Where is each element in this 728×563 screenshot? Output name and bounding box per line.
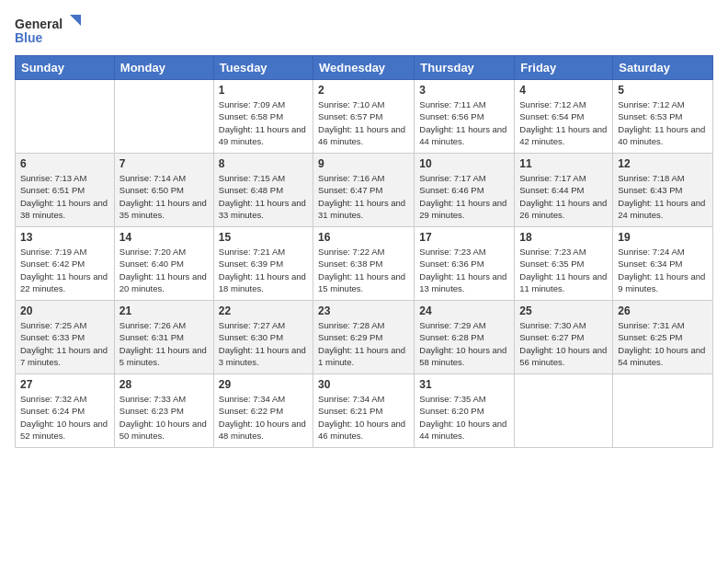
calendar-day-cell: 16Sunrise: 7:22 AMSunset: 6:38 PMDayligh… — [313, 227, 415, 301]
calendar-day-cell: 18Sunrise: 7:23 AMSunset: 6:35 PMDayligh… — [515, 227, 613, 301]
page-header: GeneralBlue — [15, 15, 713, 48]
calendar-week-row: 1Sunrise: 7:09 AMSunset: 6:58 PMDaylight… — [16, 80, 713, 154]
day-info: Sunrise: 7:16 AMSunset: 6:47 PMDaylight:… — [318, 172, 409, 221]
calendar-table: SundayMondayTuesdayWednesdayThursdayFrid… — [15, 55, 713, 448]
day-number: 30 — [318, 378, 409, 391]
day-info: Sunrise: 7:34 AMSunset: 6:22 PMDaylight:… — [219, 393, 308, 442]
calendar-day-cell — [613, 374, 713, 448]
calendar-day-cell: 5Sunrise: 7:12 AMSunset: 6:53 PMDaylight… — [613, 80, 713, 154]
day-info: Sunrise: 7:20 AMSunset: 6:40 PMDaylight:… — [119, 246, 209, 294]
day-info: Sunrise: 7:30 AMSunset: 6:27 PMDaylight:… — [519, 319, 608, 368]
day-number: 10 — [419, 157, 509, 170]
calendar-day-cell: 2Sunrise: 7:10 AMSunset: 6:57 PMDaylight… — [313, 80, 415, 154]
day-number: 23 — [318, 304, 409, 317]
day-number: 25 — [519, 304, 608, 317]
day-number: 28 — [119, 378, 209, 391]
day-number: 29 — [219, 378, 308, 391]
day-number: 14 — [119, 231, 209, 244]
calendar-week-row: 13Sunrise: 7:19 AMSunset: 6:42 PMDayligh… — [16, 227, 713, 301]
weekday-header: Sunday — [16, 56, 115, 80]
day-number: 4 — [519, 84, 608, 97]
calendar-week-row: 27Sunrise: 7:32 AMSunset: 6:24 PMDayligh… — [16, 374, 713, 448]
calendar-day-cell: 27Sunrise: 7:32 AMSunset: 6:24 PMDayligh… — [16, 374, 115, 448]
day-info: Sunrise: 7:21 AMSunset: 6:39 PMDaylight:… — [219, 246, 308, 294]
calendar-week-row: 20Sunrise: 7:25 AMSunset: 6:33 PMDayligh… — [16, 301, 713, 374]
day-info: Sunrise: 7:34 AMSunset: 6:21 PMDaylight:… — [318, 393, 409, 442]
calendar-day-cell: 23Sunrise: 7:28 AMSunset: 6:29 PMDayligh… — [313, 301, 415, 374]
day-number: 24 — [419, 304, 509, 317]
day-info: Sunrise: 7:22 AMSunset: 6:38 PMDaylight:… — [318, 246, 409, 294]
day-number: 16 — [318, 231, 409, 244]
calendar-day-cell — [114, 80, 213, 154]
day-number: 11 — [519, 157, 608, 170]
day-number: 2 — [318, 84, 409, 97]
svg-text:General: General — [15, 17, 63, 31]
day-info: Sunrise: 7:11 AMSunset: 6:56 PMDaylight:… — [419, 98, 509, 147]
day-number: 15 — [219, 231, 308, 244]
day-info: Sunrise: 7:26 AMSunset: 6:31 PMDaylight:… — [119, 319, 209, 368]
calendar-day-cell: 28Sunrise: 7:33 AMSunset: 6:23 PMDayligh… — [114, 374, 213, 448]
day-info: Sunrise: 7:32 AMSunset: 6:24 PMDaylight:… — [20, 393, 109, 442]
day-info: Sunrise: 7:19 AMSunset: 6:42 PMDaylight:… — [20, 246, 109, 294]
calendar-day-cell: 14Sunrise: 7:20 AMSunset: 6:40 PMDayligh… — [114, 227, 213, 301]
day-number: 31 — [419, 378, 509, 391]
day-number: 1 — [219, 84, 308, 97]
day-number: 19 — [618, 231, 708, 244]
day-number: 9 — [318, 157, 409, 170]
calendar-day-cell: 4Sunrise: 7:12 AMSunset: 6:54 PMDaylight… — [515, 80, 613, 154]
day-info: Sunrise: 7:24 AMSunset: 6:34 PMDaylight:… — [618, 246, 708, 294]
calendar-day-cell: 20Sunrise: 7:25 AMSunset: 6:33 PMDayligh… — [16, 301, 115, 374]
day-number: 17 — [419, 231, 509, 244]
weekday-header: Tuesday — [213, 56, 313, 80]
calendar-day-cell: 25Sunrise: 7:30 AMSunset: 6:27 PMDayligh… — [515, 301, 613, 374]
calendar-day-cell: 3Sunrise: 7:11 AMSunset: 6:56 PMDaylight… — [415, 80, 515, 154]
day-info: Sunrise: 7:12 AMSunset: 6:53 PMDaylight:… — [618, 98, 708, 147]
day-number: 8 — [219, 157, 308, 170]
day-info: Sunrise: 7:35 AMSunset: 6:20 PMDaylight:… — [419, 393, 509, 442]
day-info: Sunrise: 7:23 AMSunset: 6:36 PMDaylight:… — [419, 246, 509, 294]
weekday-header: Thursday — [415, 56, 515, 80]
day-info: Sunrise: 7:33 AMSunset: 6:23 PMDaylight:… — [119, 393, 209, 442]
day-info: Sunrise: 7:28 AMSunset: 6:29 PMDaylight:… — [318, 319, 409, 368]
day-info: Sunrise: 7:27 AMSunset: 6:30 PMDaylight:… — [219, 319, 308, 368]
calendar-day-cell: 11Sunrise: 7:17 AMSunset: 6:44 PMDayligh… — [515, 154, 613, 227]
day-number: 21 — [119, 304, 209, 317]
calendar-body: 1Sunrise: 7:09 AMSunset: 6:58 PMDaylight… — [16, 80, 713, 448]
calendar-day-cell: 13Sunrise: 7:19 AMSunset: 6:42 PMDayligh… — [16, 227, 115, 301]
day-number: 12 — [618, 157, 708, 170]
calendar-day-cell: 7Sunrise: 7:14 AMSunset: 6:50 PMDaylight… — [114, 154, 213, 227]
day-info: Sunrise: 7:31 AMSunset: 6:25 PMDaylight:… — [618, 319, 708, 368]
calendar-day-cell — [515, 374, 613, 448]
calendar-day-cell: 6Sunrise: 7:13 AMSunset: 6:51 PMDaylight… — [16, 154, 115, 227]
calendar-day-cell: 12Sunrise: 7:18 AMSunset: 6:43 PMDayligh… — [613, 154, 713, 227]
day-number: 18 — [519, 231, 608, 244]
calendar-day-cell — [16, 80, 115, 154]
calendar-header-row: SundayMondayTuesdayWednesdayThursdayFrid… — [16, 56, 713, 80]
weekday-header: Monday — [114, 56, 213, 80]
weekday-header: Saturday — [613, 56, 713, 80]
day-number: 22 — [219, 304, 308, 317]
day-info: Sunrise: 7:17 AMSunset: 6:44 PMDaylight:… — [519, 172, 608, 221]
weekday-header: Wednesday — [313, 56, 415, 80]
day-number: 27 — [20, 378, 109, 391]
day-info: Sunrise: 7:14 AMSunset: 6:50 PMDaylight:… — [119, 172, 209, 221]
calendar-day-cell: 31Sunrise: 7:35 AMSunset: 6:20 PMDayligh… — [415, 374, 515, 448]
day-number: 5 — [618, 84, 708, 97]
day-info: Sunrise: 7:23 AMSunset: 6:35 PMDaylight:… — [519, 246, 608, 294]
calendar-day-cell: 1Sunrise: 7:09 AMSunset: 6:58 PMDaylight… — [213, 80, 313, 154]
day-number: 13 — [20, 231, 109, 244]
weekday-header: Friday — [515, 56, 613, 80]
day-info: Sunrise: 7:18 AMSunset: 6:43 PMDaylight:… — [618, 172, 708, 221]
day-number: 20 — [20, 304, 109, 317]
day-info: Sunrise: 7:29 AMSunset: 6:28 PMDaylight:… — [419, 319, 509, 368]
calendar-day-cell: 22Sunrise: 7:27 AMSunset: 6:30 PMDayligh… — [213, 301, 313, 374]
day-info: Sunrise: 7:13 AMSunset: 6:51 PMDaylight:… — [20, 172, 109, 221]
day-info: Sunrise: 7:25 AMSunset: 6:33 PMDaylight:… — [20, 319, 109, 368]
day-number: 6 — [20, 157, 109, 170]
calendar-day-cell: 21Sunrise: 7:26 AMSunset: 6:31 PMDayligh… — [114, 301, 213, 374]
logo-icon: GeneralBlue — [15, 15, 88, 48]
day-number: 26 — [618, 304, 708, 317]
calendar-day-cell: 26Sunrise: 7:31 AMSunset: 6:25 PMDayligh… — [613, 301, 713, 374]
day-number: 3 — [419, 84, 509, 97]
calendar-day-cell: 19Sunrise: 7:24 AMSunset: 6:34 PMDayligh… — [613, 227, 713, 301]
